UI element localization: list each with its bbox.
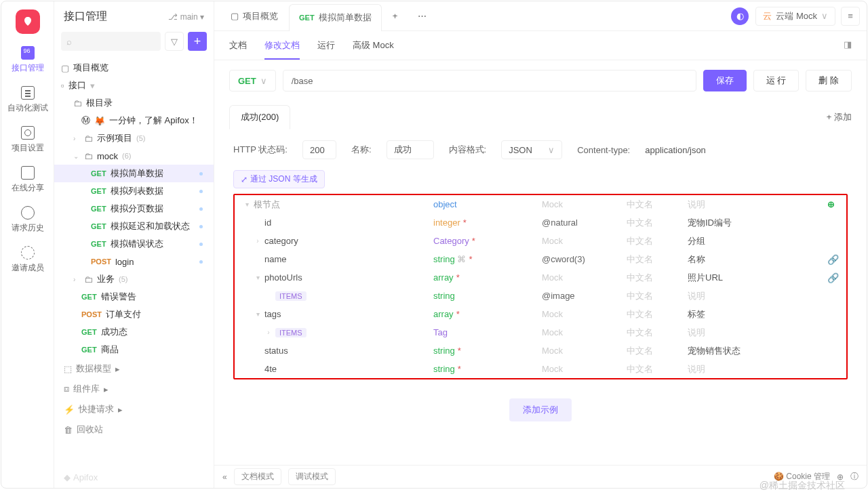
notify-icon[interactable]: ⊕ <box>837 472 844 482</box>
sidebar: 接口管理 ⎇ main ▾ ⌕ ▽ + ▢项目概览 ▫接口 ▾ 🗀根目录 Ⓜ🦊一… <box>54 1 214 488</box>
tab-active-api[interactable]: GET模拟简单数据 <box>289 4 382 31</box>
tree-mock-item[interactable]: GET模拟延迟和加载状态 <box>54 218 214 235</box>
tab-overview[interactable]: ▢项目概览 <box>221 3 288 30</box>
tree-interface-root[interactable]: ▫接口 ▾ <box>54 77 214 94</box>
url-bar: GET∨ /base 保存 运 行 删 除 <box>214 60 867 101</box>
nav-autotest[interactable]: 自动化测试 <box>7 86 48 114</box>
contenttype-label: Content-type: <box>577 145 630 155</box>
tree-mock-item[interactable]: GET模拟分页数据 <box>54 200 214 218</box>
schema-editor: ▾根节点objectMock中文名说明⊕idinteger*@natural中文… <box>233 194 848 379</box>
schema-row[interactable]: ›categoryCategory*Mock中文名分组 <box>235 232 846 250</box>
run-button[interactable]: 运 行 <box>753 70 800 91</box>
sidebar-title: 接口管理 <box>64 9 107 24</box>
nav-share[interactable]: 在线分享 <box>12 166 44 194</box>
brand-footer: ◆ Apifox <box>54 467 214 488</box>
save-button[interactable]: 保存 <box>703 70 747 91</box>
schema-row[interactable]: 4testring*Mock中文名说明 <box>235 360 846 378</box>
search-input[interactable]: ⌕ <box>61 32 161 51</box>
name-input[interactable]: 成功 <box>387 140 434 159</box>
help-icon[interactable]: ⓘ <box>850 471 859 482</box>
tree-biz-item[interactable]: POST订单支付 <box>54 306 214 323</box>
link-icon: 🔗 <box>827 254 839 265</box>
status-label: HTTP 状态码: <box>233 144 288 156</box>
subtab-doc[interactable]: 文档 <box>229 39 247 60</box>
tree-mock-item[interactable]: POSTlogin <box>54 253 214 270</box>
subtab-mock[interactable]: 高级 Mock <box>353 39 394 60</box>
status-bar: « 文档模式 调试模式 🍪 Cookie 管理 ⊕ ⓘ <box>214 465 867 488</box>
gen-from-json-button[interactable]: ⤢通过 JSON 等生成 <box>233 170 325 188</box>
subtab-run[interactable]: 运行 <box>317 39 335 60</box>
add-button[interactable]: + <box>188 32 207 51</box>
schema-row[interactable]: ▾根节点objectMock中文名说明⊕ <box>235 195 846 213</box>
editor-tabs: ▢项目概览 GET模拟简单数据 + ⋯ ◐ 云云端 Mock∨ ≡ <box>214 1 867 31</box>
method-selector[interactable]: GET∨ <box>229 70 276 91</box>
tree-mock-item[interactable]: GET模拟简单数据 <box>54 165 214 182</box>
env-selector[interactable]: 云云端 Mock∨ <box>755 7 835 26</box>
tab-more[interactable]: ⋯ <box>408 3 436 30</box>
tab-new[interactable]: + <box>383 3 408 30</box>
tree-datamodel[interactable]: ⬚数据模型 ▸ <box>54 358 214 379</box>
panel-toggle-icon[interactable]: ◨ <box>844 39 852 60</box>
tree-mock-folder[interactable]: ⌄🗀mock(6) <box>54 147 214 165</box>
tree-example-folder[interactable]: ›🗀示例项目(5) <box>54 129 214 147</box>
nav-project-settings[interactable]: 项目设置 <box>12 126 44 154</box>
subtab-edit[interactable]: 修改文档 <box>264 39 300 60</box>
api-subtabs: 文档 修改文档 运行 高级 Mock ◨ <box>214 31 867 60</box>
delete-button[interactable]: 删 除 <box>806 70 852 91</box>
tree-quickstart[interactable]: Ⓜ🦊一分钟，了解 Apifox！ <box>54 112 214 129</box>
path-input[interactable]: /base <box>283 70 696 91</box>
branch-selector[interactable]: ⎇ main ▾ <box>168 12 204 22</box>
layout-menu-icon[interactable]: ≡ <box>841 7 860 26</box>
add-response-button[interactable]: + 添加 <box>827 111 852 123</box>
schema-row[interactable]: namestring ⌘*@cword(3)中文名名称🔗 <box>235 250 846 268</box>
schema-row[interactable]: ▾tagsarray*Mock中文名标签 <box>235 305 846 323</box>
debug-mode-button[interactable]: 调试模式 <box>288 468 336 485</box>
api-tree: ▢项目概览 ▫接口 ▾ 🗀根目录 Ⓜ🦊一分钟，了解 Apifox！ ›🗀示例项目… <box>54 56 214 467</box>
status-input[interactable]: 200 <box>302 140 336 159</box>
tree-biz-item[interactable]: GET商品 <box>54 341 214 358</box>
add-field-icon: ⊕ <box>827 199 835 209</box>
tree-quickreq[interactable]: ⚡快捷请求 ▸ <box>54 399 214 419</box>
tree-components[interactable]: ⧈组件库 ▸ <box>54 379 214 399</box>
tree-mock-item[interactable]: GET模拟错误状态 <box>54 235 214 253</box>
ctype-select[interactable]: JSON∨ <box>501 140 562 159</box>
name-label: 名称: <box>351 144 372 156</box>
main-panel: ▢项目概览 GET模拟简单数据 + ⋯ ◐ 云云端 Mock∨ ≡ 文档 修改文… <box>214 1 867 488</box>
add-example-button[interactable]: 添加示例 <box>509 398 572 421</box>
tree-trash[interactable]: 🗑回收站 <box>54 419 214 440</box>
user-avatar[interactable]: ◐ <box>731 7 749 25</box>
response-form: HTTP 状态码: 200 名称: 成功 内容格式: JSON∨ Content… <box>214 136 867 167</box>
schema-row[interactable]: ›ITEMSTagMock中文名说明 <box>235 323 846 342</box>
schema-row[interactable]: statusstring*Mock中文名宠物销售状态 <box>235 342 846 360</box>
schema-row[interactable]: idinteger*@natural中文名宠物ID编号 <box>235 213 846 232</box>
tree-biz-folder[interactable]: ›🗀业务(5) <box>54 270 214 288</box>
schema-row[interactable]: ITEMSstring@image中文名说明 <box>235 287 846 305</box>
nav-invite[interactable]: 邀请成员 <box>12 246 44 274</box>
link-icon: 🔗 <box>827 272 839 283</box>
tree-mock-item[interactable]: GET模拟列表数据 <box>54 182 214 200</box>
tree-biz-item[interactable]: GET成功态 <box>54 323 214 341</box>
doc-mode-button[interactable]: 文档模式 <box>234 468 281 485</box>
nav-api-manage[interactable]: 接口管理 <box>12 46 44 74</box>
left-nav: 接口管理 自动化测试 项目设置 在线分享 请求历史 邀请成员 <box>1 1 54 488</box>
tree-root-folder[interactable]: 🗀根目录 <box>54 94 214 112</box>
nav-history[interactable]: 请求历史 <box>12 206 44 234</box>
schema-row[interactable]: ▾photoUrlsarray*Mock中文名照片URL🔗 <box>235 268 846 287</box>
app-logo <box>16 9 40 34</box>
contenttype-value: application/json <box>645 145 706 155</box>
cookie-manage-link[interactable]: 🍪 Cookie 管理 <box>774 471 830 482</box>
response-tab[interactable]: 成功(200) <box>229 105 290 129</box>
tree-biz-item[interactable]: GET错误警告 <box>54 288 214 306</box>
tree-overview[interactable]: ▢项目概览 <box>54 59 214 77</box>
ctype-label: 内容格式: <box>449 144 487 156</box>
collapse-icon[interactable]: « <box>222 472 227 482</box>
filter-button[interactable]: ▽ <box>165 32 184 51</box>
